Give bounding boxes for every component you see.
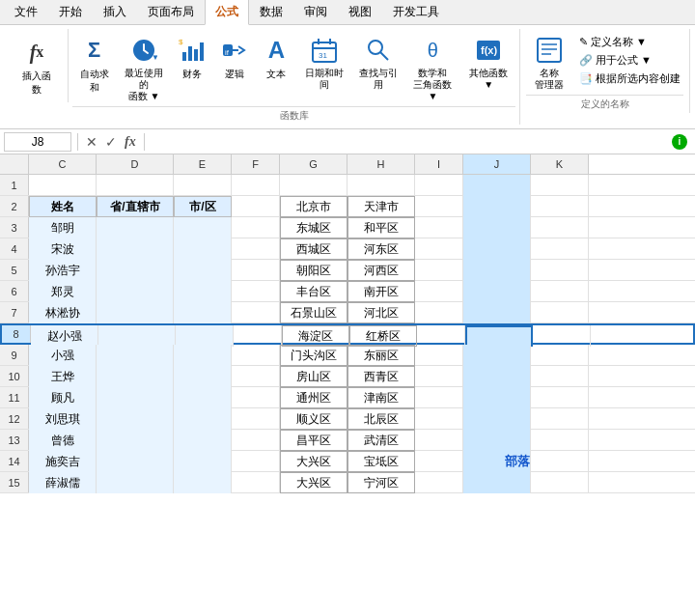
cell-e6[interactable] — [174, 281, 232, 302]
cell-c13[interactable]: 曾德 — [29, 430, 97, 451]
cell-k10[interactable] — [531, 366, 589, 387]
use-in-formula-button[interactable]: 🔗 用于公式 ▼ — [576, 52, 683, 69]
cell-j10[interactable] — [463, 366, 531, 387]
col-header-d[interactable]: D — [97, 154, 174, 174]
cell-d2[interactable]: 省/直辖市 — [97, 196, 174, 217]
cell-c1[interactable] — [29, 175, 97, 196]
cell-f10[interactable] — [232, 366, 280, 387]
cell-h10[interactable]: 西青区 — [348, 366, 415, 387]
cell-c9[interactable]: 小强 — [29, 345, 97, 366]
cell-g14[interactable]: 大兴区 — [280, 451, 348, 472]
cell-e4[interactable] — [174, 238, 232, 260]
cell-c5[interactable]: 孙浩宇 — [29, 260, 97, 281]
math-button[interactable]: θ 数学和三角函数 ▼ — [405, 31, 459, 104]
cell-i13[interactable] — [415, 430, 463, 451]
cell-g10[interactable]: 房山区 — [280, 366, 348, 387]
cell-f5[interactable] — [232, 260, 280, 281]
cell-i14[interactable] — [415, 451, 463, 472]
col-header-h[interactable]: H — [348, 154, 415, 174]
tab-review[interactable]: 审阅 — [293, 0, 338, 24]
cell-h1[interactable] — [348, 175, 415, 196]
cell-k6[interactable] — [531, 281, 589, 302]
cell-e12[interactable] — [174, 408, 232, 430]
tab-page-layout[interactable]: 页面布局 — [137, 0, 205, 24]
cell-i3[interactable] — [415, 217, 463, 238]
cell-c12[interactable]: 刘思琪 — [29, 408, 97, 430]
cell-e13[interactable] — [174, 430, 232, 451]
cell-c4[interactable]: 宋波 — [29, 238, 97, 260]
cell-k12[interactable] — [531, 408, 589, 430]
cell-g7[interactable]: 石景山区 — [280, 302, 348, 323]
cell-g15[interactable]: 大兴区 — [280, 472, 348, 493]
cell-g12[interactable]: 顺义区 — [280, 408, 348, 430]
cell-i12[interactable] — [415, 408, 463, 430]
cell-g4[interactable]: 西城区 — [280, 238, 348, 260]
cell-j3[interactable] — [463, 217, 531, 238]
cell-e8[interactable] — [176, 325, 234, 347]
tab-formula[interactable]: 公式 — [205, 0, 249, 25]
cell-f1[interactable] — [232, 175, 280, 196]
autosum-button[interactable]: Σ 自动求和 — [72, 31, 116, 97]
cell-c2[interactable]: 姓名 — [29, 196, 97, 217]
cell-i10[interactable] — [415, 366, 463, 387]
cell-i2[interactable] — [415, 196, 463, 217]
cell-g1[interactable] — [280, 175, 348, 196]
cell-g6[interactable]: 丰台区 — [280, 281, 348, 302]
cell-k8[interactable] — [533, 325, 591, 347]
tab-view[interactable]: 视图 — [338, 0, 382, 24]
cell-c15[interactable]: 薛淑儒 — [29, 472, 97, 493]
cell-h12[interactable]: 北辰区 — [348, 408, 415, 430]
cell-h2[interactable]: 天津市 — [348, 196, 415, 217]
cell-c3[interactable]: 邹明 — [29, 217, 97, 238]
cell-h6[interactable]: 南开区 — [348, 281, 415, 302]
tab-developer[interactable]: 开发工具 — [382, 0, 450, 24]
cell-h3[interactable]: 和平区 — [348, 217, 415, 238]
cell-k1[interactable] — [531, 175, 589, 196]
cell-i7[interactable] — [415, 302, 463, 323]
other-functions-button[interactable]: f(x) 其他函数 ▼ — [461, 31, 515, 93]
cell-d9[interactable] — [97, 345, 174, 366]
tab-home[interactable]: 开始 — [48, 0, 93, 24]
col-header-i[interactable]: I — [415, 154, 463, 174]
cell-j15[interactable] — [463, 472, 531, 493]
cell-e1[interactable] — [174, 175, 232, 196]
cell-f15[interactable] — [232, 472, 280, 493]
cell-k11[interactable] — [531, 387, 589, 408]
cell-g2[interactable]: 北京市 — [280, 196, 348, 217]
cell-f14[interactable] — [232, 451, 280, 472]
tab-data[interactable]: 数据 — [249, 0, 293, 24]
cell-k15[interactable] — [531, 472, 589, 493]
cell-i8[interactable] — [417, 325, 465, 347]
cell-j7[interactable] — [463, 302, 531, 323]
cell-e15[interactable] — [174, 472, 232, 493]
cell-c10[interactable]: 王烨 — [29, 366, 97, 387]
cell-j14[interactable]: 部落窝教育 — [463, 451, 531, 472]
name-manager-button[interactable]: 名称管理器 — [526, 31, 572, 93]
cell-h5[interactable]: 河西区 — [348, 260, 415, 281]
cell-k2[interactable] — [531, 196, 589, 217]
fx-bar-icon[interactable]: fx — [123, 134, 138, 150]
finance-button[interactable]: $ 财务 — [172, 31, 212, 83]
cell-g11[interactable]: 通州区 — [280, 387, 348, 408]
cell-k7[interactable] — [531, 302, 589, 323]
cell-d3[interactable] — [97, 217, 174, 238]
cell-h9[interactable]: 东丽区 — [348, 345, 415, 366]
cell-d4[interactable] — [97, 238, 174, 260]
cell-h15[interactable]: 宁河区 — [348, 472, 415, 493]
cell-f13[interactable] — [232, 430, 280, 451]
create-from-selection-button[interactable]: 📑 根据所选内容创建 — [576, 70, 683, 87]
cell-e9[interactable] — [174, 345, 232, 366]
cell-e5[interactable] — [174, 260, 232, 281]
col-header-c[interactable]: C — [29, 154, 97, 174]
cell-e7[interactable] — [174, 302, 232, 323]
cell-h13[interactable]: 武清区 — [348, 430, 415, 451]
datetime-button[interactable]: 31 日期和时间 — [298, 31, 350, 93]
cell-i15[interactable] — [415, 472, 463, 493]
col-header-e[interactable]: E — [174, 154, 232, 174]
cell-e11[interactable] — [174, 387, 232, 408]
cell-i5[interactable] — [415, 260, 463, 281]
cell-k5[interactable] — [531, 260, 589, 281]
cell-c6[interactable]: 郑灵 — [29, 281, 97, 302]
cell-f8[interactable] — [234, 325, 282, 347]
cell-f12[interactable] — [232, 408, 280, 430]
